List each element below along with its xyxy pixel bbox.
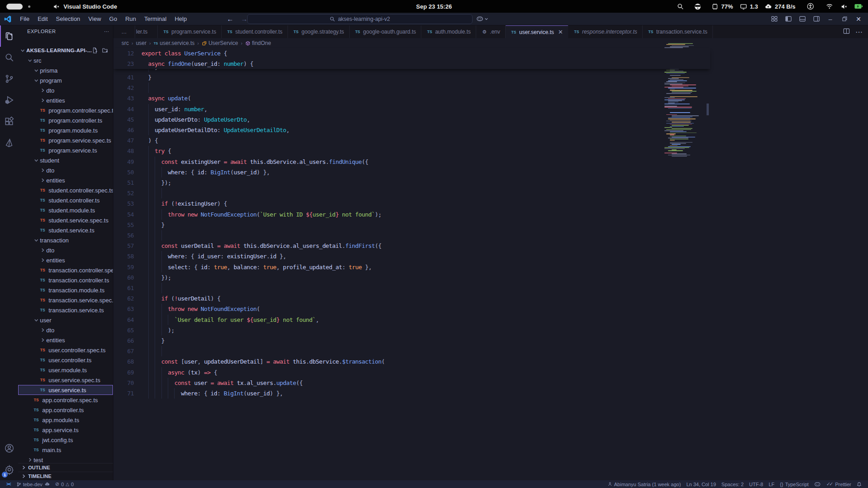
tree-item-app.service.ts[interactable]: TSapp.service.ts: [18, 425, 113, 435]
tree-item-transaction.service.ts[interactable]: TStransaction.service.ts: [18, 305, 113, 315]
menu-run[interactable]: Run: [121, 14, 140, 24]
formatter-status[interactable]: ✓✓ Prettier: [824, 480, 854, 488]
menu-go[interactable]: Go: [105, 14, 121, 24]
nav-back-icon[interactable]: ←: [227, 15, 234, 23]
activitybar-prisma[interactable]: [0, 132, 18, 153]
tab-user.service.ts[interactable]: TSuser.service.ts✕: [506, 25, 569, 38]
tree-item-jwt.config.ts[interactable]: TSjwt.config.ts: [18, 435, 113, 445]
cpu-indicator[interactable]: 77%: [711, 2, 733, 10]
menu-help[interactable]: Help: [171, 14, 191, 24]
menu-edit[interactable]: Edit: [34, 14, 52, 24]
tree-item-program.service.spec.ts[interactable]: TSprogram.service.spec.ts: [18, 135, 113, 145]
tree-item-app.module.ts[interactable]: TSapp.module.ts: [18, 415, 113, 425]
tree-item-dto[interactable]: dto: [18, 245, 113, 255]
tab-transaction.service.ts[interactable]: TStransaction.service.ts: [643, 25, 713, 38]
close-icon[interactable]: ✕: [853, 14, 863, 24]
tree-item-student.controller.spec.ts[interactable]: TSstudent.controller.spec.ts: [18, 185, 113, 195]
tree-item-student[interactable]: student: [18, 155, 113, 165]
git-branch-item[interactable]: tebe-dev: [14, 480, 53, 488]
outline-section[interactable]: OUTLINE: [18, 463, 113, 472]
tree-item-program.controller.spec.ts[interactable]: TSprogram.controller.spec.ts: [18, 105, 113, 115]
toggle-primary-sidebar-icon[interactable]: [783, 14, 793, 24]
tree-item-program.controller.ts[interactable]: TSprogram.controller.ts: [18, 115, 113, 125]
tray-app-icon[interactable]: [693, 2, 702, 10]
focused-app-menu[interactable]: Visual Studio Code: [52, 2, 117, 10]
tab-[interactable]: …: [113, 25, 135, 38]
tree-item-entities[interactable]: entities: [18, 175, 113, 185]
breadcrumb-findOne[interactable]: findOne: [245, 40, 271, 46]
toggle-panel-icon[interactable]: [797, 14, 807, 24]
volume-muted-icon[interactable]: [840, 2, 848, 10]
restore-icon[interactable]: [839, 14, 849, 24]
tree-item-user.controller.spec.ts[interactable]: TSuser.controller.spec.ts: [18, 345, 113, 355]
accessibility-icon[interactable]: [806, 2, 814, 10]
clock[interactable]: Sep 23 15:26: [416, 3, 452, 10]
tree-item-app.controller.spec.ts[interactable]: TSapp.controller.spec.ts: [18, 395, 113, 405]
new-folder-icon[interactable]: [102, 47, 108, 54]
code-editor[interactable]: src›user›TSuser.service.ts›UserService›f…: [113, 38, 868, 480]
tree-item-main.ts[interactable]: TSmain.ts: [18, 445, 113, 455]
timeline-section[interactable]: TIMELINE: [18, 472, 113, 480]
tab-googleoauth.guard.ts[interactable]: TSgoogle-oauth.guard.ts: [350, 25, 422, 38]
tab-.env[interactable]: ⚙.env: [476, 25, 506, 38]
menu-terminal[interactable]: Terminal: [140, 14, 171, 24]
tree-item-entities[interactable]: entities: [18, 335, 113, 345]
eol[interactable]: LF: [766, 480, 777, 488]
tree-item-transaction.controller.ts[interactable]: TStransaction.controller.ts: [18, 275, 113, 285]
cursor-position[interactable]: Ln 34, Col 19: [683, 480, 718, 488]
encoding[interactable]: UTF-8: [746, 480, 766, 488]
tree-item-transaction[interactable]: transaction: [18, 235, 113, 245]
search-icon[interactable]: [676, 2, 684, 10]
minimize-icon[interactable]: –: [825, 14, 835, 24]
wifi-icon[interactable]: [825, 2, 834, 10]
tree-project-root[interactable]: AKSES-LEARNING-API-...: [18, 45, 113, 55]
command-center-search[interactable]: akses-learning-api-v2: [247, 14, 473, 24]
editor-more-actions-icon[interactable]: ⋯: [855, 28, 863, 36]
tree-item-user.controller.ts[interactable]: TSuser.controller.ts: [18, 355, 113, 365]
sticky-line-23[interactable]: 23 async findOne(user_id: number) {: [113, 59, 710, 69]
tree-item-user[interactable]: user: [18, 315, 113, 325]
toggle-secondary-sidebar-icon[interactable]: [811, 14, 821, 24]
tree-item-user.service.spec.ts[interactable]: TSuser.service.spec.ts: [18, 375, 113, 385]
tab-response.interceptor.ts[interactable]: TSresponse.interceptor.ts: [568, 25, 643, 38]
editor-scrollbar[interactable]: [707, 104, 709, 115]
tree-item-src[interactable]: src: [18, 55, 113, 65]
activitybar-run-debug[interactable]: [0, 89, 18, 111]
tree-item-transaction.module.ts[interactable]: TStransaction.module.ts: [18, 285, 113, 295]
indentation[interactable]: Spaces: 2: [719, 480, 746, 488]
tree-item-app.controller.ts[interactable]: TSapp.controller.ts: [18, 405, 113, 415]
menu-selection[interactable]: Selection: [52, 14, 84, 24]
sidebar-more-icon[interactable]: ⋯: [104, 29, 109, 35]
nav-forward-icon[interactable]: →: [241, 15, 248, 23]
language-mode[interactable]: {} TypeScript: [777, 480, 811, 488]
tab-student.controller.ts[interactable]: TSstudent.controller.ts: [222, 25, 288, 38]
menu-file[interactable]: File: [16, 14, 34, 24]
tree-item-dto[interactable]: dto: [18, 325, 113, 335]
tree-item-transaction.controller.spec.ts[interactable]: TStransaction.controller.spec.ts: [18, 265, 113, 275]
tree-item-student.controller.ts[interactable]: TSstudent.controller.ts: [18, 195, 113, 205]
git-blame-item[interactable]: Abimanyu Satria (1 week ago): [605, 480, 683, 488]
tree-item-student.module.ts[interactable]: TSstudent.module.ts: [18, 205, 113, 215]
new-file-icon[interactable]: [92, 47, 98, 54]
tree-item-entities[interactable]: entities: [18, 95, 113, 105]
menu-view[interactable]: View: [84, 14, 105, 24]
customize-layout-icon[interactable]: [769, 14, 779, 24]
tree-item-transaction.service.spec.ts[interactable]: TStransaction.service.spec.ts: [18, 295, 113, 305]
sticky-line-12[interactable]: 12export class UserService {: [113, 48, 710, 59]
copilot-menu[interactable]: [476, 16, 488, 22]
network-rate-indicator[interactable]: 274 B/s: [764, 2, 795, 10]
tree-item-program[interactable]: program: [18, 75, 113, 85]
tab-ler.ts[interactable]: ler.ts: [135, 25, 158, 38]
tree-item-dto[interactable]: dto: [18, 85, 113, 95]
tree-item-entities[interactable]: entities: [18, 255, 113, 265]
breadcrumb-src[interactable]: src: [122, 40, 129, 46]
copilot-status[interactable]: [811, 480, 824, 488]
breadcrumb-UserService[interactable]: UserService: [202, 40, 238, 46]
remote-indicator[interactable]: ><: [4, 480, 14, 488]
activitybar-settings[interactable]: 1: [0, 459, 18, 480]
tree-item-dto[interactable]: dto: [18, 165, 113, 175]
tab-google.strategy.ts[interactable]: TSgoogle.strategy.ts: [288, 25, 350, 38]
tree-item-user.service.ts[interactable]: TSuser.service.ts: [18, 385, 113, 395]
activitybar-explorer[interactable]: [0, 25, 18, 47]
battery-charging-icon[interactable]: [854, 2, 863, 10]
